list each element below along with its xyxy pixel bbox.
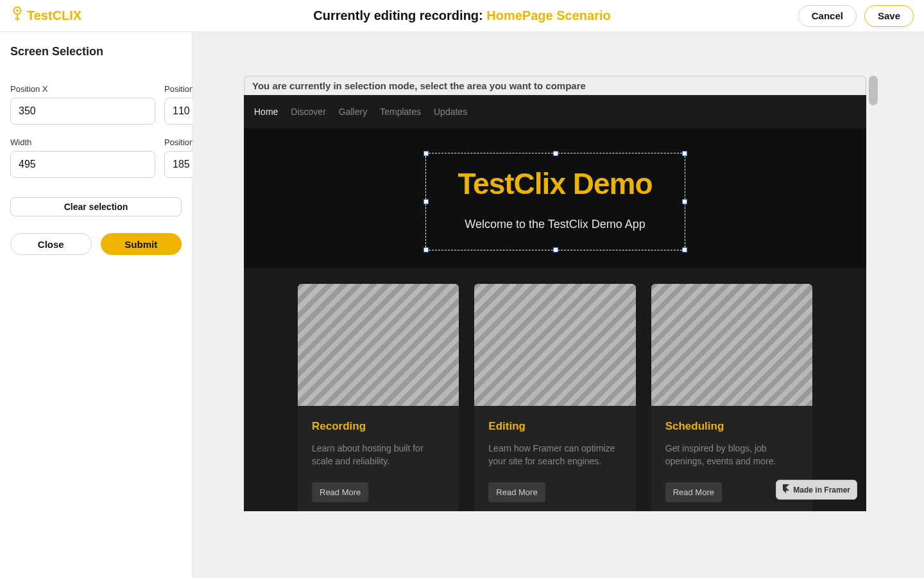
preview-nav-gallery[interactable]: Gallery [339, 107, 367, 117]
svg-point-1 [16, 10, 19, 12]
width-input[interactable] [10, 151, 155, 178]
close-button[interactable]: Close [10, 233, 92, 255]
page-title: Currently editing recording: HomePage Sc… [313, 8, 610, 23]
pos-x-input[interactable] [10, 98, 155, 125]
preview-cards: Recording Learn about hosting built for … [244, 268, 866, 511]
brand-name: TestCLIX [27, 8, 81, 23]
width-label: Width [10, 137, 155, 147]
preview-card-scheduling: Scheduling Get inspired by blogs, job op… [651, 284, 812, 511]
preview-hero: TestClix Demo Welcome to the TestClix De… [244, 128, 866, 268]
card-title: Editing [488, 420, 621, 433]
made-in-framer-badge[interactable]: Made in Framer [776, 480, 857, 500]
cancel-button[interactable]: Cancel [798, 5, 857, 27]
sidebar-title: Screen Selection [10, 45, 182, 58]
placeholder-image [651, 284, 812, 406]
preview-hero-title: TestClix Demo [458, 166, 652, 201]
preview-nav-home[interactable]: Home [254, 107, 278, 117]
placeholder-image [298, 284, 459, 406]
clear-selection-button[interactable]: Clear selection [10, 197, 182, 216]
canvas-area: You are currently in selection mode, sel… [193, 32, 924, 578]
card-title: Recording [312, 420, 445, 433]
cursor-icon [10, 6, 24, 26]
read-more-button[interactable]: Read More [488, 482, 545, 502]
framer-icon [783, 484, 789, 495]
preview-card-editing: Editing Learn how Framer can optimize yo… [474, 284, 635, 511]
read-more-button[interactable]: Read More [312, 482, 368, 502]
framer-badge-text: Made in Framer [793, 486, 850, 495]
sidebar: Screen Selection Position X Position Y W… [0, 32, 193, 578]
save-button[interactable]: Save [864, 5, 914, 27]
brand-logo: TestCLIX [10, 6, 81, 26]
page-title-recording: HomePage Scenario [486, 8, 610, 22]
placeholder-image [474, 284, 635, 406]
read-more-button[interactable]: Read More [665, 482, 722, 502]
submit-button[interactable]: Submit [101, 233, 182, 255]
card-text: Learn how Framer can optimize your site … [488, 442, 621, 468]
preview-frame[interactable]: Home Discover Gallery Templates Updates … [244, 95, 866, 511]
preview-scrollbar-thumb[interactable] [869, 76, 878, 105]
preview-nav-discover[interactable]: Discover [291, 107, 325, 117]
preview-nav-updates[interactable]: Updates [434, 107, 467, 117]
card-text: Get inspired by blogs, job openings, eve… [665, 442, 798, 468]
selection-mode-bar: You are currently in selection mode, sel… [244, 76, 866, 95]
preview-nav: Home Discover Gallery Templates Updates [244, 95, 866, 128]
top-bar: TestCLIX Currently editing recording: Ho… [0, 0, 924, 32]
preview-hero-subtitle: Welcome to the TestClix Demo App [465, 218, 645, 231]
page-title-prefix: Currently editing recording: [313, 8, 486, 22]
topbar-actions: Cancel Save [798, 5, 914, 27]
preview-scrollbar[interactable] [869, 76, 878, 511]
preview-card-recording: Recording Learn about hosting built for … [298, 284, 459, 511]
preview-nav-templates[interactable]: Templates [380, 107, 421, 117]
main-area: Screen Selection Position X Position Y W… [0, 32, 924, 578]
card-text: Learn about hosting built for scale and … [312, 442, 445, 468]
card-title: Scheduling [665, 420, 798, 433]
pos-x-label: Position X [10, 84, 155, 94]
preview-wrapper: You are currently in selection mode, sel… [244, 76, 866, 511]
